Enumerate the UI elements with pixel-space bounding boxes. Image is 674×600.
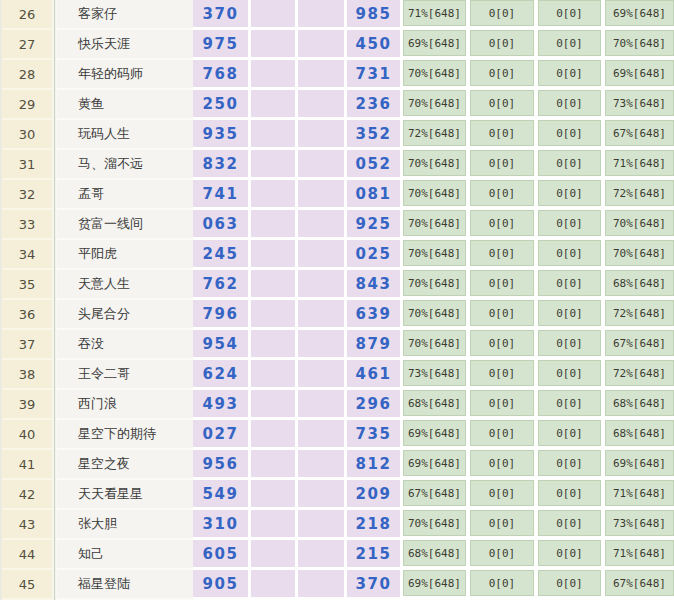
number-link-1[interactable]: 954 [193, 330, 251, 360]
stat-hit-rate-2: 67%[648] [605, 330, 674, 360]
empty-cell [251, 30, 298, 60]
number-link-2[interactable]: 925 [347, 210, 403, 240]
number-link-1[interactable]: 370 [193, 0, 251, 30]
number-link-1[interactable]: 605 [193, 540, 251, 570]
number-link-2[interactable]: 812 [347, 450, 403, 480]
stat-hit-rate-1: 73%[648] [403, 360, 470, 390]
table-row: 37 吞没 954 879 70%[648] 0[0] 0[0] 67%[648… [2, 330, 674, 360]
stat-hit-rate-2: 68%[648] [605, 390, 674, 420]
stat-count-1: 0[0] [470, 360, 538, 390]
player-name: 福星登陆 [57, 570, 193, 600]
stat-hit-rate-1: 70%[648] [403, 210, 470, 240]
stat-hit-rate-2: 70%[648] [605, 210, 674, 240]
row-rank: 43 [2, 510, 52, 540]
stat-count-1: 0[0] [470, 30, 538, 60]
empty-cell [298, 570, 347, 600]
number-link-2[interactable]: 209 [347, 480, 403, 510]
row-rank: 42 [2, 480, 52, 510]
table-row: 29 黄鱼 250 236 70%[648] 0[0] 0[0] 73%[648… [2, 90, 674, 120]
number-link-2[interactable]: 879 [347, 330, 403, 360]
number-link-1[interactable]: 027 [193, 420, 251, 450]
stat-hit-rate-1: 70%[648] [403, 270, 470, 300]
row-rank: 29 [2, 90, 52, 120]
stat-hit-rate-1: 70%[648] [403, 150, 470, 180]
empty-cell [298, 300, 347, 330]
stat-count-2: 0[0] [538, 480, 605, 510]
stat-hit-rate-2: 67%[648] [605, 120, 674, 150]
number-link-2[interactable]: 081 [347, 180, 403, 210]
stat-count-2: 0[0] [538, 0, 605, 30]
number-link-1[interactable]: 493 [193, 390, 251, 420]
stat-count-1: 0[0] [470, 510, 538, 540]
number-link-2[interactable]: 450 [347, 30, 403, 60]
empty-cell [251, 120, 298, 150]
number-link-1[interactable]: 935 [193, 120, 251, 150]
number-link-1[interactable]: 956 [193, 450, 251, 480]
number-link-1[interactable]: 245 [193, 240, 251, 270]
number-link-2[interactable]: 025 [347, 240, 403, 270]
number-link-1[interactable]: 762 [193, 270, 251, 300]
stat-hit-rate-1: 69%[648] [403, 420, 470, 450]
stat-hit-rate-2: 73%[648] [605, 90, 674, 120]
table-row: 33 贫富一线间 063 925 70%[648] 0[0] 0[0] 70%[… [2, 210, 674, 240]
number-link-1[interactable]: 975 [193, 30, 251, 60]
number-link-2[interactable]: 296 [347, 390, 403, 420]
number-link-1[interactable]: 310 [193, 510, 251, 540]
stat-hit-rate-1: 70%[648] [403, 510, 470, 540]
empty-cell [251, 570, 298, 600]
player-name: 马、溜不远 [57, 150, 193, 180]
table-row: 30 玩码人生 935 352 72%[648] 0[0] 0[0] 67%[6… [2, 120, 674, 150]
empty-cell [298, 150, 347, 180]
stat-hit-rate-2: 69%[648] [605, 0, 674, 30]
empty-cell [298, 240, 347, 270]
stat-count-1: 0[0] [470, 540, 538, 570]
stat-hit-rate-1: 70%[648] [403, 60, 470, 90]
number-link-2[interactable]: 215 [347, 540, 403, 570]
number-link-2[interactable]: 236 [347, 90, 403, 120]
number-link-1[interactable]: 741 [193, 180, 251, 210]
number-link-2[interactable]: 639 [347, 300, 403, 330]
number-link-1[interactable]: 768 [193, 60, 251, 90]
number-link-2[interactable]: 735 [347, 420, 403, 450]
number-link-1[interactable]: 796 [193, 300, 251, 330]
empty-cell [298, 210, 347, 240]
table-row: 44 知己 605 215 68%[648] 0[0] 0[0] 71%[648… [2, 540, 674, 570]
player-name: 孟哥 [57, 180, 193, 210]
number-link-2[interactable]: 985 [347, 0, 403, 30]
stat-hit-rate-2: 71%[648] [605, 150, 674, 180]
row-rank: 40 [2, 420, 52, 450]
number-link-1[interactable]: 905 [193, 570, 251, 600]
number-link-2[interactable]: 052 [347, 150, 403, 180]
table-row: 40 星空下的期待 027 735 69%[648] 0[0] 0[0] 68%… [2, 420, 674, 450]
number-link-1[interactable]: 832 [193, 150, 251, 180]
stat-hit-rate-2: 73%[648] [605, 510, 674, 540]
number-link-1[interactable]: 063 [193, 210, 251, 240]
number-link-1[interactable]: 624 [193, 360, 251, 390]
empty-cell [298, 180, 347, 210]
number-link-2[interactable]: 461 [347, 360, 403, 390]
row-rank: 32 [2, 180, 52, 210]
table-row: 36 头尾合分 796 639 70%[648] 0[0] 0[0] 72%[6… [2, 300, 674, 330]
table-row: 42 天天看星星 549 209 67%[648] 0[0] 0[0] 71%[… [2, 480, 674, 510]
number-link-2[interactable]: 218 [347, 510, 403, 540]
empty-cell [298, 30, 347, 60]
stat-hit-rate-1: 69%[648] [403, 450, 470, 480]
stat-count-2: 0[0] [538, 270, 605, 300]
table-row: 35 天意人生 762 843 70%[648] 0[0] 0[0] 68%[6… [2, 270, 674, 300]
number-link-2[interactable]: 731 [347, 60, 403, 90]
player-name: 黄鱼 [57, 90, 193, 120]
stat-hit-rate-2: 70%[648] [605, 30, 674, 60]
player-name: 天意人生 [57, 270, 193, 300]
number-link-1[interactable]: 250 [193, 90, 251, 120]
empty-cell [251, 0, 298, 30]
empty-cell [251, 360, 298, 390]
number-link-1[interactable]: 549 [193, 480, 251, 510]
number-link-2[interactable]: 370 [347, 570, 403, 600]
player-name: 星空下的期待 [57, 420, 193, 450]
number-link-2[interactable]: 843 [347, 270, 403, 300]
empty-cell [251, 90, 298, 120]
stat-count-2: 0[0] [538, 330, 605, 360]
stat-hit-rate-1: 68%[648] [403, 540, 470, 570]
number-link-2[interactable]: 352 [347, 120, 403, 150]
row-rank: 44 [2, 540, 52, 570]
